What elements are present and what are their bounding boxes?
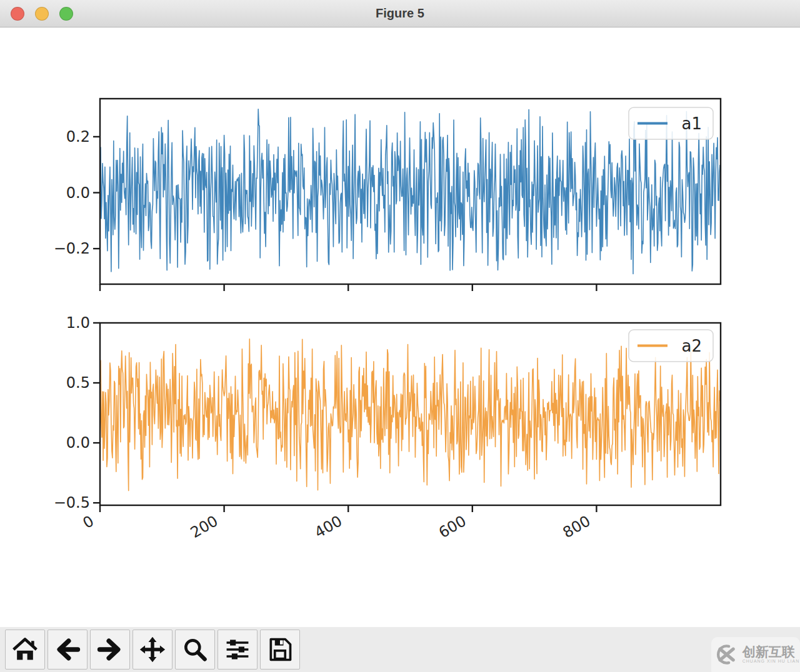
subplot-a1: 0.20.0−0.2a1 bbox=[54, 99, 721, 291]
floppy-icon bbox=[266, 636, 294, 663]
save-button[interactable] bbox=[260, 630, 300, 670]
legend-a2: a2 bbox=[629, 330, 713, 362]
y-tick-label: −0.5 bbox=[54, 494, 90, 511]
y-tick-label: 0.0 bbox=[66, 434, 90, 452]
forward-button[interactable] bbox=[90, 630, 130, 670]
minimize-button[interactable] bbox=[35, 7, 49, 21]
close-button[interactable] bbox=[11, 7, 24, 21]
figure-canvas[interactable]: 0.20.0−0.2a11.00.50.0−0.50200400600800a2 bbox=[0, 27, 800, 627]
subplot-a2: 1.00.50.0−0.50200400600800a2 bbox=[54, 314, 721, 541]
home-button[interactable] bbox=[5, 630, 45, 670]
move-icon bbox=[139, 636, 166, 663]
window-controls bbox=[11, 0, 73, 27]
window-title: Figure 5 bbox=[0, 6, 800, 21]
pan-button[interactable] bbox=[132, 630, 172, 670]
zoom-button[interactable] bbox=[59, 7, 73, 21]
home-icon bbox=[11, 636, 39, 663]
x-tick-label: 600 bbox=[436, 512, 469, 541]
y-tick-label: 0.0 bbox=[66, 184, 90, 202]
arrow-left-icon bbox=[54, 636, 81, 663]
navigation-toolbar bbox=[0, 627, 800, 672]
sliders-icon bbox=[224, 636, 251, 663]
titlebar: Figure 5 bbox=[0, 0, 800, 27]
legend-label: a1 bbox=[682, 114, 702, 133]
y-tick-label: 0.5 bbox=[66, 374, 90, 392]
x-tick-label: 200 bbox=[188, 512, 221, 541]
legend-label: a2 bbox=[682, 337, 702, 355]
cx-logo-icon bbox=[712, 641, 738, 668]
y-tick-label: −0.2 bbox=[54, 240, 90, 257]
configure-subplots-button[interactable] bbox=[218, 630, 258, 670]
plot-area-a2[interactable] bbox=[100, 323, 721, 505]
legend-a1: a1 bbox=[629, 107, 713, 139]
watermark-brand: 创新互联 bbox=[742, 645, 800, 659]
y-tick-label: 1.0 bbox=[66, 314, 90, 332]
y-tick-label: 0.2 bbox=[66, 128, 90, 146]
watermark: 创新互联 CHUANG XIN HU LIAN bbox=[711, 637, 800, 672]
x-tick-label: 0 bbox=[80, 512, 97, 532]
watermark-subtext: CHUANG XIN HU LIAN bbox=[742, 659, 800, 663]
arrow-right-icon bbox=[96, 636, 124, 663]
back-button[interactable] bbox=[48, 630, 88, 670]
figure-window: Figure 5 0.20.0−0.2a11.00.50.0−0.5020040… bbox=[0, 0, 800, 672]
magnifier-icon bbox=[181, 636, 209, 663]
zoom-to-rect-button[interactable] bbox=[175, 630, 215, 670]
x-tick-label: 400 bbox=[312, 512, 346, 541]
x-tick-label: 800 bbox=[560, 512, 594, 541]
